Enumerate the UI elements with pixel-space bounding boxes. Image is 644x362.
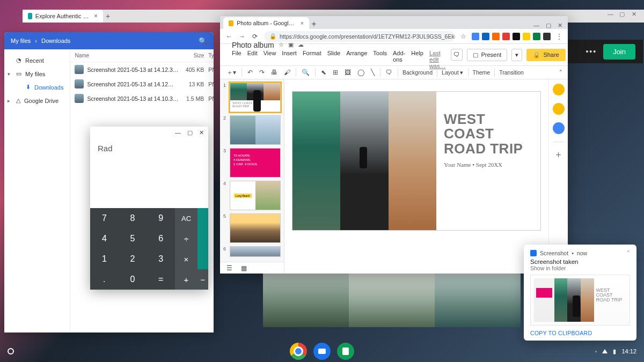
line-icon[interactable]: ╲ [370, 69, 376, 76]
ext-icon[interactable] [482, 33, 489, 40]
chrome-menu-icon[interactable]: ⋮ [556, 33, 562, 40]
tb-theme[interactable]: Theme [473, 69, 491, 76]
key-9[interactable]: 9 [147, 208, 175, 228]
ext-icon[interactable] [492, 33, 500, 40]
slide-canvas[interactable]: WEST COASTROAD TRIP Your Name • Sept 20X… [284, 79, 548, 274]
ext-icon[interactable] [543, 33, 551, 40]
move-icon[interactable]: ▣ [288, 41, 294, 48]
grid-view-icon[interactable]: ▦ [241, 264, 247, 272]
key-ac[interactable]: AC [175, 208, 197, 228]
minimize-icon[interactable]: — [533, 22, 539, 29]
maximize-icon[interactable]: ▢ [619, 11, 625, 18]
slide-thumb-3[interactable]: 3 72 HOURS. 4 HUMANS. 1 CAR. 3 DOGS. [223, 148, 281, 178]
zoom-icon[interactable]: 🔍 [301, 69, 311, 76]
paint-icon[interactable]: 🖌 [283, 69, 291, 76]
sidebar-item-gdrive[interactable]: ▸ △ Google Drive [4, 94, 70, 107]
key-plus[interactable]: + [175, 269, 197, 290]
print-icon[interactable]: 🖶 [270, 69, 279, 76]
battery-icon[interactable]: ▮ [613, 348, 616, 355]
key-multiply[interactable]: × [175, 249, 197, 269]
key-1[interactable]: 1 [90, 249, 119, 269]
doc-title[interactable]: Photo album [232, 41, 274, 49]
slide-content[interactable]: WEST COASTROAD TRIP Your Name • Sept 20X… [292, 91, 541, 231]
key-7[interactable]: 7 [90, 208, 119, 228]
new-tab-button[interactable]: + [309, 19, 319, 29]
hero-subtitle[interactable]: Your Name • Sept 20XX [444, 161, 533, 168]
ext-icon[interactable] [523, 33, 530, 40]
menu-help[interactable]: Help [411, 50, 423, 69]
menu-addons[interactable]: Add-ons [393, 50, 405, 69]
ext-icon[interactable] [513, 33, 520, 40]
new-tab-button[interactable]: + [103, 12, 113, 20]
chevron-down-icon[interactable]: ▾ [8, 71, 10, 77]
menu-format[interactable]: Format [303, 50, 321, 69]
comments-icon[interactable]: 🗨 [451, 49, 463, 61]
screenshot-notification[interactable]: Screenshot • now ˄ Screenshot taken Show… [524, 245, 636, 341]
crumb-root[interactable]: My files [11, 38, 31, 44]
redo-icon[interactable]: ↷ [258, 69, 266, 76]
key-2[interactable]: 2 [119, 249, 147, 269]
forward-icon[interactable]: → [238, 33, 246, 40]
shape-icon[interactable]: ◯ [356, 69, 365, 76]
menu-edit[interactable]: Edit [247, 50, 258, 69]
textbox-icon[interactable]: ⊞ [332, 69, 339, 76]
col-size[interactable]: Size [178, 53, 204, 58]
present-button[interactable]: ▢ Present [467, 49, 507, 61]
files-icon[interactable] [313, 343, 331, 360]
menu-file[interactable]: File [232, 50, 241, 69]
col-types[interactable]: Types [204, 53, 214, 58]
calc-mode[interactable]: Rad [98, 144, 113, 153]
table-row[interactable]: Screenshot 2021-05-13 at 14.12… 13 KB PN… [70, 77, 214, 91]
notifications-icon[interactable]: ◦ [595, 348, 597, 354]
key-dot[interactable]: . [90, 269, 119, 290]
background-tab[interactable]: Explore Authentic Nature Phot… × [23, 10, 103, 23]
star-icon[interactable]: ☆ [460, 33, 466, 40]
status-tray[interactable]: ◦ ▮ 14:12 [595, 348, 636, 355]
key-0[interactable]: 0 [119, 269, 147, 290]
slide-thumb-4[interactable]: 4 Long Beach [223, 181, 281, 210]
last-edit-link[interactable]: Last edit was… [429, 50, 446, 69]
close-icon[interactable]: ✕ [199, 129, 204, 136]
address-bar[interactable]: 🔒 https://docs.google.com/presentation/d… [264, 31, 455, 42]
ext-icon[interactable] [533, 33, 540, 40]
clock[interactable]: 14:12 [621, 348, 636, 354]
sidebar-item-myfiles[interactable]: ▾ ▭ My files [4, 67, 70, 80]
sidebar-item-recent[interactable]: ◔ Recent [4, 54, 70, 67]
table-row[interactable]: Screenshot 2021-05-13 at 14.12.3… 405 KB… [70, 62, 214, 77]
col-name[interactable]: Name [75, 53, 178, 58]
copy-to-clipboard-button[interactable]: COPY TO CLIPBOARD [530, 330, 630, 336]
close-tab-icon[interactable]: × [94, 12, 98, 20]
breadcrumb[interactable]: My files › Downloads [11, 38, 70, 44]
search-icon[interactable]: 🔍 [199, 37, 207, 45]
new-slide-button[interactable]: ＋▾ [225, 68, 237, 77]
notif-subtitle[interactable]: Show in folder [530, 265, 630, 271]
reload-icon[interactable]: ⟳ [251, 33, 259, 40]
notif-preview[interactable]: WEST COASTROAD TRIP [530, 275, 630, 326]
sidebar-item-downloads[interactable]: ⬇ Downloads [4, 80, 70, 94]
network-icon[interactable] [602, 349, 608, 353]
present-dropdown[interactable]: ▾ [511, 49, 522, 61]
close-tab-icon[interactable]: × [301, 20, 304, 26]
tb-transition[interactable]: Transition [499, 69, 524, 76]
undo-icon[interactable]: ↶ [246, 69, 254, 76]
slide-thumb-6[interactable]: 6 [223, 246, 281, 257]
tasks-icon[interactable] [553, 122, 565, 134]
chrome-icon[interactable] [290, 343, 307, 360]
table-row[interactable]: Screenshot 2021-05-13 at 14.10.3… 1.5 MB… [70, 91, 214, 106]
key-divide[interactable]: ÷ [175, 228, 197, 249]
minimize-icon[interactable]: — [175, 129, 181, 136]
join-button[interactable]: Join [603, 44, 635, 60]
menu-arrange[interactable]: Arrange [346, 50, 367, 69]
key-5[interactable]: 5 [119, 228, 147, 249]
ext-icon[interactable] [472, 33, 479, 40]
slides-tab[interactable]: Photo album - Google Slides × [223, 17, 309, 29]
star-icon[interactable]: ☆ [279, 41, 284, 48]
slide-thumb-2[interactable]: 2 [223, 115, 281, 145]
comment-icon[interactable]: 🗨 [385, 69, 393, 76]
launcher-button[interactable] [8, 348, 14, 354]
key-3[interactable]: 3 [147, 249, 175, 269]
back-icon[interactable]: ← [225, 33, 233, 40]
maximize-icon[interactable]: ▢ [187, 129, 193, 136]
keep-icon[interactable] [553, 103, 565, 115]
close-icon[interactable]: ✕ [558, 22, 562, 29]
